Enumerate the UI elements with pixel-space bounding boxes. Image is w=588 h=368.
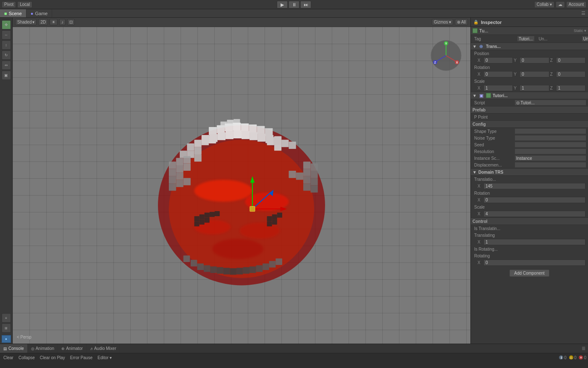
all-button[interactable]: ⊕ All <box>455 19 468 25</box>
layer-value[interactable]: Un... <box>582 36 588 42</box>
console-options[interactable]: ☰ <box>579 344 588 353</box>
script-row: Script ⊙ Tutori... <box>471 99 588 106</box>
tab-animator[interactable]: ⊛ Animator <box>58 344 87 353</box>
scale-x[interactable]: 1 <box>483 85 513 91</box>
instance-scale-value[interactable]: Instance <box>514 155 586 161</box>
instance-scale-row: Instance Sc... Instance <box>471 155 588 161</box>
animation-icon: ◎ <box>31 347 34 351</box>
error-status: ✕ 0 <box>579 355 586 360</box>
play-icon: ▶ <box>281 2 284 8</box>
svg-rect-22 <box>225 123 233 131</box>
displacement-value[interactable] <box>514 162 586 168</box>
orientation-gizmo[interactable]: Y X Z <box>429 39 463 72</box>
animator-tab-label: Animator <box>66 346 83 351</box>
svg-rect-61 <box>204 265 210 272</box>
transform-section[interactable]: ▼ ⊕ Trans... <box>471 42 588 50</box>
panel-options[interactable]: ☰ <box>579 9 588 17</box>
position-z[interactable]: 0 <box>556 57 585 64</box>
resolution-value[interactable] <box>514 148 586 154</box>
collab-label: Collab ▾ <box>537 2 552 7</box>
error-pause-button[interactable]: Error Pause <box>68 355 94 360</box>
pause-button[interactable]: ⏸ <box>289 1 299 8</box>
shape-type-value[interactable] <box>514 128 586 134</box>
layout-button[interactable]: ⊞ <box>2 323 11 333</box>
tag-value[interactable]: Tutori... <box>517 36 535 42</box>
scene-tab-label: Scene <box>9 11 22 16</box>
collapse-button[interactable]: Collapse <box>17 355 37 360</box>
resolution-row: Resolution <box>471 148 588 155</box>
svg-rect-60 <box>197 263 204 270</box>
translation-x[interactable]: 145 <box>483 183 585 189</box>
clear-on-play-button[interactable]: Clear on Play <box>38 355 67 360</box>
svg-rect-25 <box>249 124 257 132</box>
noise-type-value[interactable] <box>514 135 586 141</box>
svg-rect-91 <box>272 220 277 225</box>
svg-rect-24 <box>241 123 249 131</box>
step-button[interactable]: ⏭ <box>300 1 311 8</box>
object-enabled-checkbox[interactable] <box>472 28 478 33</box>
script-value[interactable]: ⊙ Tutori... <box>514 100 586 106</box>
fx-toggle[interactable]: ⊡ <box>67 19 75 25</box>
tool-scale-y[interactable]: ↕ <box>2 40 11 50</box>
collab-button[interactable]: Collab ▾ <box>534 1 554 8</box>
2d-toggle[interactable]: 2D <box>38 19 48 25</box>
rotation-y[interactable]: 0 <box>520 71 549 77</box>
position-x[interactable]: 0 <box>483 57 513 64</box>
animator-icon: ⊛ <box>61 347 65 351</box>
audio-toggle[interactable]: ♪ <box>59 19 66 25</box>
tool-scale[interactable]: ⇔ <box>2 61 11 70</box>
pause-icon: ⏸ <box>292 2 297 7</box>
svg-rect-65 <box>230 268 236 275</box>
scale2-x[interactable]: 4 <box>483 211 585 217</box>
svg-rect-98 <box>250 207 255 212</box>
rotation2-x[interactable]: 0 <box>483 197 585 203</box>
play-button[interactable]: ▶ <box>277 1 288 8</box>
layers-button[interactable]: ≡ <box>2 313 11 323</box>
step-icon: ⏭ <box>304 2 308 7</box>
tab-scene[interactable]: ■ Scene <box>0 9 26 17</box>
tab-animation[interactable]: ◎ Animation <box>28 344 58 353</box>
svg-rect-28 <box>202 135 210 143</box>
game-tab-label: Game <box>35 11 48 16</box>
svg-rect-14 <box>194 154 202 161</box>
editor-dropdown[interactable]: Editor ▾ <box>96 355 113 360</box>
position-y[interactable]: 0 <box>520 57 549 64</box>
translating-row: Translating <box>471 232 588 238</box>
seed-value[interactable] <box>514 142 586 148</box>
shading-dropdown[interactable]: Shaded ▾ <box>15 19 37 25</box>
scale-z[interactable]: 1 <box>556 85 585 91</box>
rotation2-x-row: X 0 <box>471 196 588 204</box>
lighting-toggle[interactable]: ☀ <box>50 19 58 25</box>
tool-rotate[interactable]: ↻ <box>2 50 11 60</box>
svg-rect-36 <box>265 135 273 143</box>
tab-console[interactable]: ▤ Console <box>0 344 28 353</box>
local-button[interactable]: Local <box>17 1 32 8</box>
gizmos-button[interactable]: Gizmos ▾ <box>432 19 453 25</box>
svg-text:X: X <box>456 61 458 64</box>
pivot-button[interactable]: Pivot <box>2 1 16 8</box>
clear-button[interactable]: Clear <box>2 355 15 360</box>
svg-rect-16 <box>281 140 289 147</box>
domain-trs-section[interactable]: ▼ Domain TRS <box>471 168 588 176</box>
tool-rect[interactable]: ▣ <box>2 71 11 80</box>
rotation-z[interactable]: 0 <box>556 71 585 77</box>
svg-rect-64 <box>223 268 230 275</box>
svg-rect-9 <box>194 147 202 154</box>
scale-y[interactable]: 1 <box>520 85 549 91</box>
rotating-x[interactable]: 0 <box>483 259 585 266</box>
transform-arrow: ▼ <box>472 44 477 49</box>
translating-x[interactable]: 1 <box>483 239 585 245</box>
svg-rect-82 <box>210 212 215 217</box>
script-enabled[interactable] <box>486 93 491 98</box>
tab-game[interactable]: ● Game <box>26 9 52 17</box>
cloud-button[interactable]: ☁ <box>556 1 565 8</box>
rotation-x[interactable]: 0 <box>483 71 513 77</box>
script-section[interactable]: ▼ ▣ Tutori... <box>471 92 588 99</box>
tool-pan[interactable]: ↔ <box>2 30 11 40</box>
svg-rect-59 <box>191 260 197 267</box>
shape-type-row: Shape Type <box>471 128 588 135</box>
tool-move[interactable]: ✥ <box>2 20 11 29</box>
tab-audio-mixer[interactable]: ♬ Audio Mixer <box>87 344 120 353</box>
add-component-button[interactable]: Add Component <box>509 270 549 277</box>
account-button[interactable]: Account <box>566 1 586 8</box>
